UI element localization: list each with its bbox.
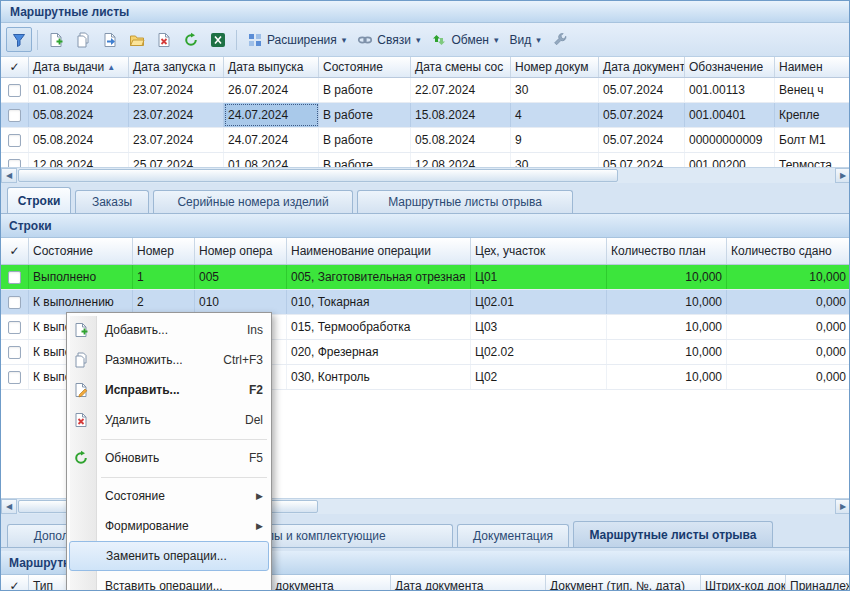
menu-item-state[interactable]: Состояние▶ <box>69 481 269 511</box>
cell: 15.08.2024 <box>411 103 511 127</box>
menu-item-refresh[interactable]: ОбновитьF5 <box>69 443 269 473</box>
column-header[interactable]: Наимен <box>775 57 850 77</box>
table-row[interactable]: 05.08.202423.07.202424.07.2024В работе05… <box>1 128 850 153</box>
column-header[interactable]: ✓ <box>1 575 29 591</box>
row-checkbox[interactable] <box>8 371 21 384</box>
menu-item-duplicate[interactable]: Размножить...Ctrl+F3 <box>69 345 269 375</box>
cell: 2 <box>133 290 195 314</box>
table-row[interactable]: 05.08.202423.07.202424.07.2024В работе15… <box>1 103 850 128</box>
menu-item-delete[interactable]: УдалитьDel <box>69 405 269 435</box>
menu-item-edit[interactable]: Исправить...F2 <box>69 375 269 405</box>
scroll-left-icon[interactable]: ◀ <box>1 499 17 514</box>
toolbar-button-delete[interactable] <box>151 27 177 52</box>
row-checkbox[interactable] <box>8 321 21 334</box>
column-header[interactable]: Дата выдачи▲ <box>29 57 129 77</box>
window-title-bar[interactable]: Маршрутные листы <box>1 1 849 23</box>
column-header[interactable]: Количество план <box>607 238 727 264</box>
add-doc-icon <box>73 322 97 338</box>
scroll-left-icon[interactable]: ◀ <box>1 168 17 183</box>
table-row[interactable]: Выполнено1005005, Заготовительная отрезн… <box>1 265 850 290</box>
menu-item-replace-operations[interactable]: Заменить операции... <box>69 541 269 571</box>
cell: 23.07.2024 <box>129 78 224 102</box>
column-header[interactable]: Номер опера <box>195 238 287 264</box>
column-header[interactable]: Цех, участок <box>471 238 607 264</box>
dropdown-caret-icon: ▾ <box>342 35 347 45</box>
cell: Термоста <box>775 153 850 167</box>
row-checkbox[interactable] <box>8 271 21 284</box>
cell: 01.08.2024 <box>29 78 129 102</box>
scroll-track[interactable] <box>319 499 835 514</box>
scroll-right-icon[interactable]: ▶ <box>835 168 850 183</box>
row-checkbox[interactable] <box>8 159 21 168</box>
cell: 22.07.2024 <box>411 78 511 102</box>
column-header[interactable]: Номер докум <box>511 57 599 77</box>
column-header[interactable]: ✓ <box>1 57 29 77</box>
cell: 05.08.2024 <box>411 128 511 152</box>
tab-marshrutnye-listy-otryva[interactable]: Маршрутные листы отрыва <box>573 521 773 547</box>
toolbar-button-links[interactable]: Связи▾ <box>352 27 425 52</box>
column-header[interactable]: Состояние <box>29 238 133 264</box>
row-checkbox-cell <box>1 78 29 102</box>
toolbar-button-open[interactable] <box>124 27 150 52</box>
cell: 010 <box>195 290 287 314</box>
toolbar-button-copy[interactable] <box>70 27 96 52</box>
menu-item-insert-operations[interactable]: Вставить операции... <box>69 571 269 591</box>
scroll-right-icon[interactable]: ▶ <box>835 499 850 514</box>
scroll-track[interactable] <box>619 168 835 183</box>
cell: 4 <box>511 103 599 127</box>
column-header[interactable]: Обозначение <box>685 57 775 77</box>
toolbar-button-refresh[interactable] <box>178 27 204 52</box>
wrench-icon <box>552 32 568 48</box>
table-row[interactable]: 01.08.202423.07.202426.07.2024В работе22… <box>1 78 850 103</box>
column-header[interactable]: Дата запуска п <box>129 57 224 77</box>
cell: 23.07.2024 <box>129 128 224 152</box>
column-header[interactable]: Дата смены сос <box>411 57 511 77</box>
row-checkbox[interactable] <box>8 296 21 309</box>
cell: 23.07.2024 <box>129 103 224 127</box>
column-header[interactable]: Дата документа <box>599 57 685 77</box>
cell: 24.07.2024 <box>224 128 319 152</box>
column-header[interactable]: Принадлеж <box>786 575 850 591</box>
column-header[interactable]: Дата документа <box>391 575 546 591</box>
row-checkbox[interactable] <box>8 134 21 147</box>
window: Маршрутные листы Расширения▾Связи▾Обмен▾… <box>0 0 850 591</box>
column-header[interactable]: Штрих-код докум <box>701 575 786 591</box>
column-header[interactable]: Дата выпуска <box>224 57 319 77</box>
toolbar-button-filter[interactable] <box>6 27 32 52</box>
column-header[interactable]: Документ (тип, №, дата) <box>546 575 701 591</box>
menu-item-add[interactable]: Добавить...Ins <box>69 315 269 345</box>
menu-separator <box>69 473 269 481</box>
excel-icon <box>210 32 226 48</box>
tab-stroki[interactable]: Строки <box>7 187 71 213</box>
cell: 0,000 <box>727 290 850 314</box>
cell: 10,000 <box>607 290 727 314</box>
tab-label: Маршрутные листы отрыва <box>589 528 756 542</box>
column-header[interactable]: Номер <box>133 238 195 264</box>
tab-dokumentaciya[interactable]: Документация <box>457 524 569 547</box>
toolbar-button-settings[interactable] <box>547 27 573 52</box>
column-header[interactable]: Состояние <box>319 57 411 77</box>
menu-item-formation[interactable]: Формирование▶ <box>69 511 269 541</box>
toolbar-button-exchange[interactable]: Обмен▾ <box>426 27 503 52</box>
column-header[interactable]: ✓ <box>1 238 29 264</box>
toolbar-button-extensions[interactable]: Расширения▾ <box>242 27 351 52</box>
menu-shortcut: Ctrl+F3 <box>223 353 263 367</box>
column-header[interactable]: Наименование операции <box>287 238 471 264</box>
table-row[interactable]: 12.08.202425.07.202401.08.2024В работе12… <box>1 153 850 167</box>
toolbar-button-insert[interactable] <box>97 27 123 52</box>
row-checkbox[interactable] <box>8 346 21 359</box>
dropdown-caret-icon: ▾ <box>536 35 541 45</box>
column-header[interactable]: Количество сдано <box>727 238 850 264</box>
cell: 12.08.2024 <box>411 153 511 167</box>
toolbar-button-add[interactable] <box>43 27 69 52</box>
scroll-thumb[interactable] <box>18 169 618 182</box>
tab-serijnye-nomera-izdelij[interactable]: Серийные номера изделий <box>153 190 353 213</box>
toolbar-button-view[interactable]: Вид▾ <box>505 27 546 52</box>
tab-marshrutnye-listy-otryva[interactable]: Маршрутные листы отрыва <box>357 190 573 213</box>
toolbar-button-excel[interactable] <box>205 27 231 52</box>
cell: 30 <box>511 78 599 102</box>
row-checkbox[interactable] <box>8 109 21 122</box>
tab-zakazy[interactable]: Заказы <box>75 190 149 213</box>
row-checkbox[interactable] <box>8 84 21 97</box>
route-sheets-hscrollbar[interactable]: ◀ ▶ <box>1 167 850 183</box>
